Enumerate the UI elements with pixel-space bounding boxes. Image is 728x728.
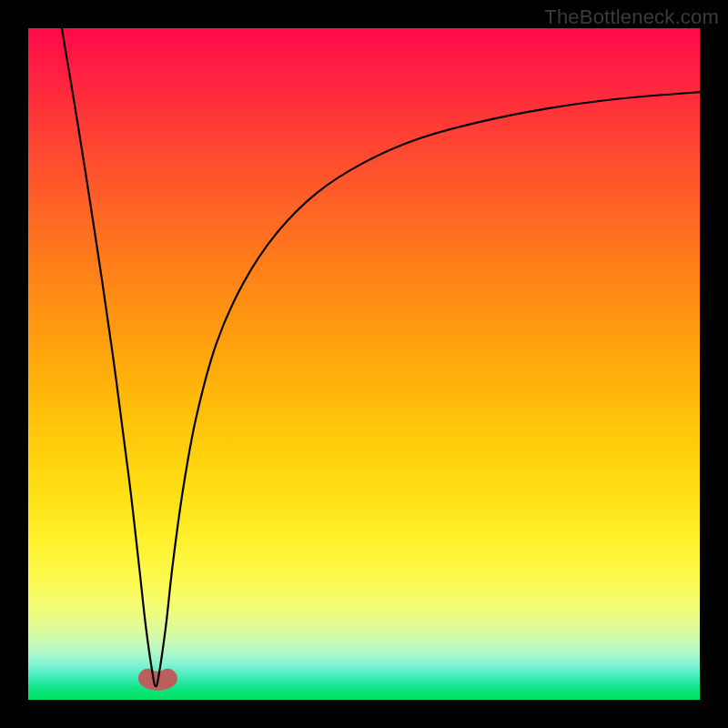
watermark-label: TheBottleneck.com bbox=[544, 5, 719, 29]
bottleneck-curve bbox=[62, 28, 700, 686]
plot-area bbox=[28, 28, 700, 700]
curve-layer bbox=[28, 28, 700, 700]
outer-frame: TheBottleneck.com bbox=[0, 0, 728, 728]
